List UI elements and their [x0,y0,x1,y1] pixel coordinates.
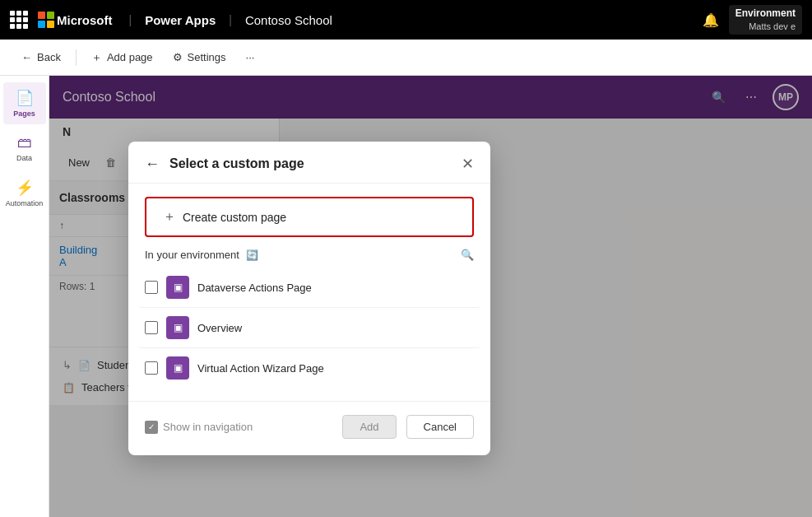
dialog-search-icon[interactable]: 🔍 [461,249,474,261]
dialog-header: ← Select a custom page ✕ [128,142,490,184]
sidebar-data-label: Data [16,154,32,162]
topbar-divider: | [129,13,132,26]
env-label: Environment [735,7,796,21]
sidebar-item-pages[interactable]: 📄 Pages [3,82,46,124]
automation-icon: ⚡ [16,179,34,197]
notification-icon[interactable]: 🔔 [699,8,722,31]
list-item-dataverse[interactable]: ▣ Dataverse Actions Page [138,268,480,308]
list-item-virtual[interactable]: ▣ Virtual Action Wizard Page [138,348,480,388]
content-area: Contoso School 🔍 ⋯ MP N New 🗑 [49,76,812,517]
dataverse-icon: ▣ [166,276,189,299]
topbar-sep2: | [229,13,232,26]
main-layout: 📄 Pages 🗃 Data ⚡ Automation Contoso Scho… [0,76,812,517]
dialog-section: In your environment 🔄 🔍 [128,244,490,268]
secondbar: ← Back ＋ Add page ⚙ Settings ··· [0,40,812,76]
select-custom-page-dialog: ← Select a custom page ✕ ＋ Create custom… [128,142,490,455]
dialog-footer: ✓ Show in navigation Add Cancel [128,401,490,439]
sidebar-automation-label: Automation [6,199,44,207]
back-label: Back [37,51,61,63]
create-plus-icon: ＋ [163,208,176,226]
create-custom-page-button[interactable]: ＋ Create custom page [145,197,474,237]
dialog-close-button[interactable]: ✕ [462,155,474,173]
more-options-button[interactable]: ··· [238,46,263,68]
topbar: Microsoft | Power Apps | Contoso School … [0,0,812,40]
ellipsis-icon: ··· [246,51,255,63]
back-arrow-icon: ← [21,51,32,63]
waffle-icon[interactable] [10,11,28,29]
dialog-page-list: ▣ Dataverse Actions Page ▣ Overview ▣ Vi… [128,268,490,388]
topbar-right: 🔔 Environment Matts dev e [699,5,802,35]
virtual-label: Virtual Action Wizard Page [197,362,324,375]
settings-label: Settings [188,51,226,63]
plus-icon: ＋ [91,50,102,65]
overview-checkbox[interactable] [145,321,158,334]
dialog-title: Select a custom page [169,156,452,171]
sidebar-item-automation[interactable]: ⚡ Automation [3,172,46,214]
create-label: Create custom page [183,211,286,224]
show-nav-label: Show in navigation [163,421,253,433]
dataverse-label: Dataverse Actions Page [197,282,312,294]
overview-icon: ▣ [166,316,189,339]
env-name: Matts dev e [749,21,796,31]
settings-icon: ⚙ [173,51,183,63]
virtual-checkbox[interactable] [145,361,158,375]
dataverse-checkbox[interactable] [145,281,158,294]
dialog-search: 🔍 [461,249,474,261]
settings-button[interactable]: ⚙ Settings [165,46,234,68]
add-page-button[interactable]: ＋ Add page [83,45,161,70]
add-button[interactable]: Add [342,415,396,439]
add-page-label: Add page [107,51,153,63]
ms-logo-grid [38,12,54,28]
topbar-app-name[interactable]: Power Apps [145,13,216,27]
sidebar-item-data[interactable]: 🗃 Data [3,128,46,169]
sidebar-pages-label: Pages [13,109,35,118]
data-icon: 🗃 [17,134,32,151]
overview-label: Overview [197,322,242,334]
show-in-nav-check[interactable]: ✓ Show in navigation [145,421,253,434]
list-item-overview[interactable]: ▣ Overview [138,308,480,348]
sidebar: 📄 Pages 🗃 Data ⚡ Automation [0,76,49,517]
dialog-back-button[interactable]: ← [145,156,160,173]
refresh-icon[interactable]: 🔄 [246,249,258,261]
env-badge: Environment Matts dev e [729,5,802,35]
pages-icon: 📄 [16,89,34,107]
back-button[interactable]: ← Back [13,46,69,68]
virtual-icon: ▣ [166,356,189,380]
topbar-site-name: Contoso School [245,13,332,27]
ms-label: Microsoft [57,13,113,27]
show-nav-checkbox[interactable]: ✓ [145,421,158,434]
section-label: In your environment [145,249,239,261]
secondbar-sep1 [76,49,77,66]
cancel-button[interactable]: Cancel [406,415,474,439]
